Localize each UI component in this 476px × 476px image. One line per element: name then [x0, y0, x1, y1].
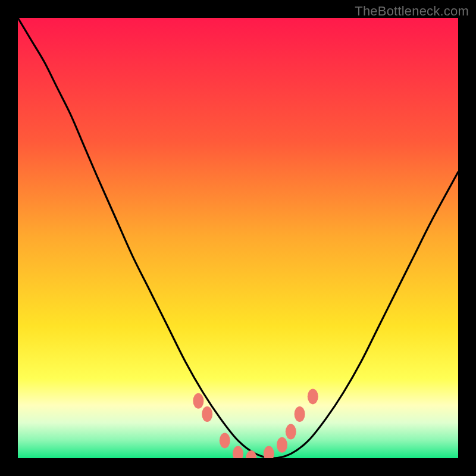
trough-dot [193, 393, 203, 409]
trough-dot [277, 437, 287, 453]
trough-dot [220, 433, 230, 448]
trough-dot [264, 446, 274, 458]
trough-dot [246, 450, 256, 458]
trough-dot [286, 424, 296, 440]
curve-layer [18, 18, 458, 458]
watermark-text: TheBottleneck.com [355, 4, 469, 19]
trough-dot [295, 406, 305, 422]
bottleneck-curve [18, 18, 458, 458]
trough-dot [202, 406, 212, 422]
plot-area [18, 18, 458, 458]
trough-dot [233, 446, 243, 458]
chart-frame: TheBottleneck.com [0, 0, 476, 476]
trough-dot [308, 389, 318, 404]
